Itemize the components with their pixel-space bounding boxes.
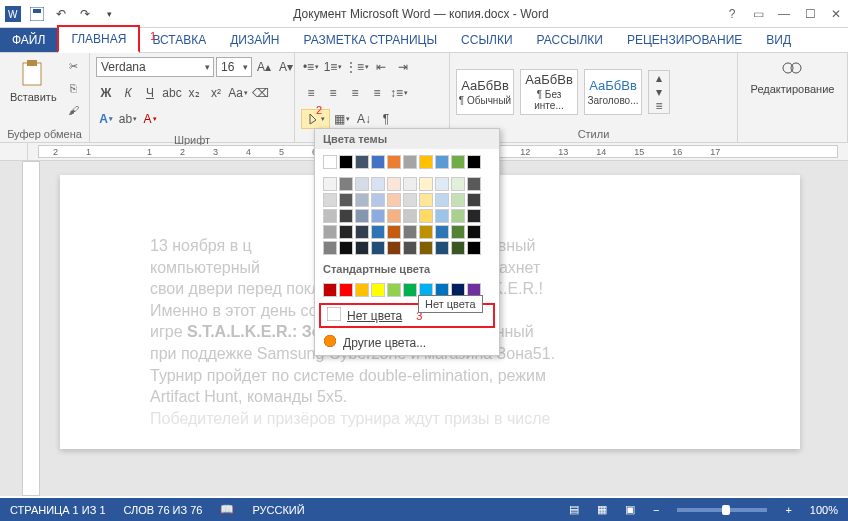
undo-icon[interactable]: ↶ (52, 5, 70, 23)
cut-icon[interactable]: ✂ (65, 57, 83, 75)
view-print-icon[interactable]: ▤ (569, 503, 579, 516)
borders-button[interactable]: ▦ (332, 109, 352, 129)
tab-design[interactable]: ДИЗАЙН (218, 28, 291, 52)
color-swatch[interactable] (387, 241, 401, 255)
color-swatch[interactable] (467, 225, 481, 239)
tab-review[interactable]: РЕЦЕНЗИРОВАНИЕ (615, 28, 754, 52)
show-marks-button[interactable]: ¶ (376, 109, 396, 129)
color-swatch[interactable] (371, 225, 385, 239)
vertical-ruler[interactable] (22, 161, 40, 496)
color-swatch[interactable] (403, 241, 417, 255)
minimize-icon[interactable]: — (776, 6, 792, 22)
color-swatch[interactable] (387, 193, 401, 207)
view-web-icon[interactable]: ▣ (625, 503, 635, 516)
color-swatch[interactable] (371, 155, 385, 169)
color-swatch[interactable] (323, 225, 337, 239)
color-swatch[interactable] (451, 241, 465, 255)
increase-indent-button[interactable]: ⇥ (393, 57, 413, 77)
color-swatch[interactable] (403, 209, 417, 223)
editing-button[interactable]: Редактирование (747, 57, 839, 97)
color-swatch[interactable] (355, 241, 369, 255)
underline-button[interactable]: Ч (140, 83, 160, 103)
ribbon-options-icon[interactable]: ▭ (750, 6, 766, 22)
bullets-button[interactable]: •≡ (301, 57, 321, 77)
multilevel-button[interactable]: ⋮≡ (345, 57, 369, 77)
align-left-button[interactable]: ≡ (301, 83, 321, 103)
color-swatch[interactable] (467, 209, 481, 223)
strike-button[interactable]: abc (162, 83, 182, 103)
color-swatch[interactable] (419, 225, 433, 239)
color-swatch[interactable] (387, 209, 401, 223)
color-swatch[interactable] (387, 155, 401, 169)
color-swatch[interactable] (355, 177, 369, 191)
color-swatch[interactable] (371, 209, 385, 223)
tab-view[interactable]: ВИД (754, 28, 803, 52)
color-swatch[interactable] (323, 209, 337, 223)
color-swatch[interactable] (467, 177, 481, 191)
color-swatch[interactable] (339, 283, 353, 297)
shrink-font-icon[interactable]: A▾ (276, 57, 296, 77)
change-case-button[interactable]: Aa (228, 83, 248, 103)
line-spacing-button[interactable]: ↕≡ (389, 83, 409, 103)
color-swatch[interactable] (419, 177, 433, 191)
subscript-button[interactable]: x₂ (184, 83, 204, 103)
styles-scroll-up[interactable]: ▴ (649, 71, 669, 85)
zoom-slider[interactable] (677, 508, 767, 512)
color-swatch[interactable] (451, 177, 465, 191)
highlight-button[interactable]: ab (118, 109, 138, 129)
color-swatch[interactable] (419, 193, 433, 207)
color-swatch[interactable] (355, 193, 369, 207)
tab-home[interactable]: ГЛАВНАЯ (57, 25, 140, 53)
color-swatch[interactable] (355, 155, 369, 169)
close-icon[interactable]: ✕ (828, 6, 844, 22)
status-language[interactable]: РУССКИЙ (252, 504, 304, 516)
tab-file[interactable]: ФАЙЛ (0, 28, 57, 52)
align-right-button[interactable]: ≡ (345, 83, 365, 103)
justify-button[interactable]: ≡ (367, 83, 387, 103)
superscript-button[interactable]: x² (206, 83, 226, 103)
color-swatch[interactable] (467, 155, 481, 169)
style-normal[interactable]: АаБбВв¶ Обычный (456, 69, 514, 115)
copy-icon[interactable]: ⎘ (65, 79, 83, 97)
save-icon[interactable] (28, 5, 46, 23)
color-swatch[interactable] (467, 193, 481, 207)
color-swatch[interactable] (339, 209, 353, 223)
paste-button[interactable]: Вставить (6, 57, 61, 105)
more-colors-item[interactable]: Другие цвета... (315, 330, 499, 355)
color-swatch[interactable] (403, 155, 417, 169)
text-effects-button[interactable]: A (96, 109, 116, 129)
color-swatch[interactable] (323, 241, 337, 255)
tab-mailings[interactable]: РАССЫЛКИ (525, 28, 615, 52)
color-swatch[interactable] (339, 177, 353, 191)
grow-font-icon[interactable]: A▴ (254, 57, 274, 77)
color-swatch[interactable] (419, 209, 433, 223)
color-swatch[interactable] (419, 241, 433, 255)
color-swatch[interactable] (451, 209, 465, 223)
color-swatch[interactable] (355, 283, 369, 297)
color-swatch[interactable] (435, 177, 449, 191)
color-swatch[interactable] (403, 193, 417, 207)
view-read-icon[interactable]: ▦ (597, 503, 607, 516)
tab-references[interactable]: ССЫЛКИ (449, 28, 524, 52)
color-swatch[interactable] (403, 177, 417, 191)
style-no-spacing[interactable]: АаБбВв¶ Без инте... (520, 69, 578, 115)
color-swatch[interactable] (371, 177, 385, 191)
color-swatch[interactable] (403, 283, 417, 297)
color-swatch[interactable] (451, 193, 465, 207)
color-swatch[interactable] (339, 241, 353, 255)
color-swatch[interactable] (339, 193, 353, 207)
color-swatch[interactable] (387, 283, 401, 297)
styles-expand[interactable]: ≡ (649, 99, 669, 113)
format-painter-icon[interactable]: 🖌 (65, 101, 83, 119)
style-heading1[interactable]: АаБбВвЗаголово... (584, 69, 642, 115)
color-swatch[interactable] (323, 193, 337, 207)
color-swatch[interactable] (355, 225, 369, 239)
color-swatch[interactable] (323, 155, 337, 169)
color-swatch[interactable] (435, 241, 449, 255)
zoom-in-button[interactable]: + (785, 504, 791, 516)
color-swatch[interactable] (419, 155, 433, 169)
sort-button[interactable]: A↓ (354, 109, 374, 129)
font-size-combo[interactable]: 16 (216, 57, 252, 77)
color-swatch[interactable] (435, 155, 449, 169)
color-swatch[interactable] (387, 225, 401, 239)
